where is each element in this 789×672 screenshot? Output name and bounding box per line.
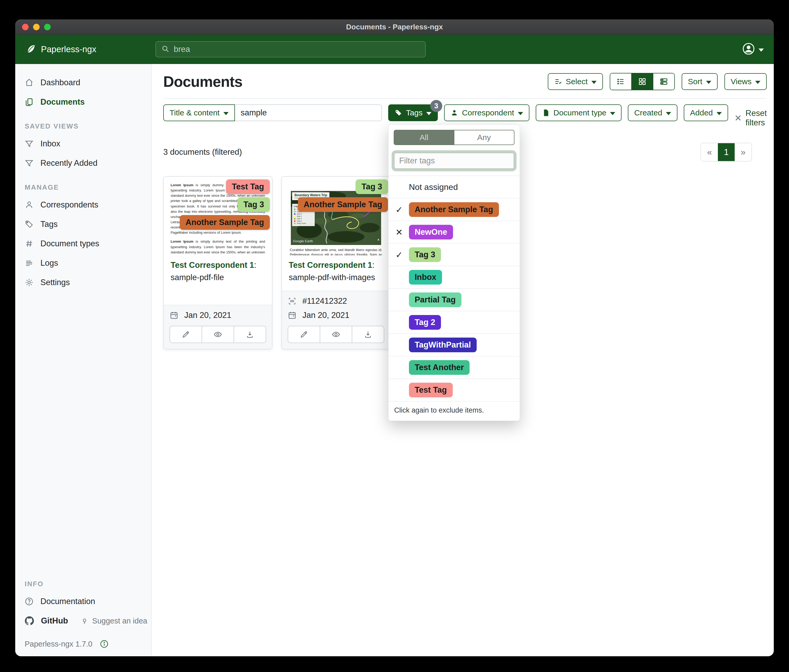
leaf-logo-icon	[25, 43, 36, 55]
account-menu[interactable]	[742, 43, 764, 56]
document-title[interactable]: Test Correspondent 1: sample-pdf-with-im…	[282, 255, 390, 291]
tags-logic-any-button[interactable]: Any	[454, 130, 514, 145]
tags-filter-button[interactable]: Tags 3	[388, 104, 438, 121]
close-icon: ✕	[735, 113, 742, 123]
document-tag-pill[interactable]: Another Sample Tag	[180, 215, 270, 230]
grid-view-icon	[638, 77, 647, 86]
tag-option[interactable]: ✓Another Sample Tag	[388, 198, 520, 221]
barcode-icon	[287, 297, 297, 306]
tag-option[interactable]: Test Another	[388, 356, 520, 379]
zoom-window-button[interactable]	[44, 24, 51, 30]
sidebar-item-tags[interactable]: Tags	[15, 215, 151, 234]
check-icon: ✓	[394, 250, 405, 260]
pagination-page-1-button[interactable]: 1	[718, 143, 735, 161]
correspondent-filter-button[interactable]: Correspondent	[444, 104, 529, 121]
document-tag-pill[interactable]: Test Tag	[226, 179, 270, 194]
search-query-text: brea	[174, 45, 190, 54]
tags-logic-toggle: All Any	[388, 130, 520, 150]
view-document-button[interactable]	[320, 326, 352, 342]
suggest-idea-link[interactable]: Suggest an idea	[81, 617, 147, 625]
sidebar-item-inbox[interactable]: Inbox	[15, 134, 151, 153]
pagination-prev-button[interactable]: «	[701, 143, 718, 161]
filter-tags-input[interactable]: Filter tags	[394, 153, 514, 169]
tags-filter-dropdown: All Any Filter tags Not assigned ✓Anothe…	[388, 124, 520, 421]
sort-button[interactable]: Sort	[682, 73, 718, 90]
view-table-button[interactable]	[610, 73, 631, 90]
main-content: Documents Select	[152, 64, 774, 656]
eye-icon	[213, 330, 222, 339]
sidebar-item-documentation[interactable]: Documentation	[15, 592, 151, 611]
edit-document-button[interactable]	[170, 326, 201, 342]
views-button[interactable]: Views	[724, 73, 767, 90]
chevron-down-icon	[610, 112, 615, 115]
calendar-icon	[287, 311, 297, 320]
tag-option[interactable]: ✓Tag 3	[388, 243, 520, 266]
tag-option[interactable]: TagWithPartial	[388, 333, 520, 356]
sidebar-item-settings[interactable]: Settings	[15, 273, 151, 292]
select-icon	[554, 78, 562, 86]
download-document-button[interactable]	[233, 326, 266, 342]
tags-count-badge: 3	[430, 100, 442, 112]
view-document-button[interactable]	[201, 326, 233, 342]
minimize-window-button[interactable]	[33, 24, 40, 30]
tag-pill: Tag 2	[409, 315, 441, 330]
global-search-input[interactable]: brea	[155, 41, 426, 57]
document-card[interactable]: Test TagTag 3Another Sample Tag Lorem Ip…	[163, 176, 272, 349]
edit-document-button[interactable]	[288, 326, 320, 342]
search-field-selector[interactable]: Title & content	[163, 104, 235, 121]
document-tag-pill[interactable]: Tag 3	[238, 197, 270, 212]
sidebar-item-correspondents[interactable]: Correspondents	[15, 195, 151, 215]
chevron-down-icon	[666, 112, 671, 115]
divider	[163, 98, 767, 99]
tag-pill: NewOne	[409, 225, 453, 239]
sidebar: Dashboard Documents SAVED VIEWS Inbox Re…	[15, 64, 152, 656]
reset-filters-button[interactable]: ✕ Reset filters	[735, 108, 767, 127]
logs-icon	[25, 259, 34, 268]
sidebar-item-recently-added[interactable]: Recently Added	[15, 153, 151, 173]
document-tag-pill[interactable]: Another Sample Tag	[298, 197, 388, 212]
tag-option-not-assigned[interactable]: Not assigned	[388, 175, 520, 198]
document-type-filter-button[interactable]: Document type	[536, 104, 622, 121]
download-icon	[246, 330, 254, 339]
chevron-down-icon	[426, 112, 431, 115]
download-document-button[interactable]	[352, 326, 384, 342]
tag-pill: Inbox	[409, 270, 442, 285]
document-icon	[542, 109, 550, 117]
tag-option[interactable]: Tag 2	[388, 311, 520, 333]
brand[interactable]: Paperless-ngx	[25, 43, 155, 55]
tags-logic-all-button[interactable]: All	[394, 130, 454, 145]
document-card[interactable]: Tag 3Another Sample Tag	[281, 176, 391, 349]
select-button[interactable]: Select	[548, 73, 603, 90]
added-filter-button[interactable]: Added	[684, 104, 728, 121]
document-actions	[287, 326, 384, 343]
manage-section-label: MANAGE	[15, 173, 151, 195]
filter-query-input[interactable]: sample	[235, 104, 382, 121]
sidebar-item-documents[interactable]: Documents	[15, 92, 151, 112]
tag-pill: Test Another	[409, 360, 470, 375]
tag-option[interactable]: Test Tag	[388, 379, 520, 401]
view-grid-button[interactable]	[631, 73, 653, 90]
created-filter-button[interactable]: Created	[628, 104, 677, 121]
document-title[interactable]: Test Correspondent 1: sample-pdf-file	[164, 255, 272, 305]
person-icon	[25, 201, 34, 209]
sidebar-item-github[interactable]: GitHub	[15, 611, 68, 631]
document-count: 3 documents (filtered)	[163, 147, 242, 157]
pagination-next-button[interactable]: »	[735, 143, 751, 161]
tag-option[interactable]: Partial Tag	[388, 288, 520, 311]
tag-pill: Test Tag	[409, 383, 453, 397]
view-detail-button[interactable]	[653, 73, 674, 90]
tag-option[interactable]: Inbox	[388, 266, 520, 288]
tag-option[interactable]: ✕NewOne	[388, 221, 520, 243]
tag-icon	[25, 220, 34, 229]
sidebar-item-dashboard[interactable]: Dashboard	[15, 73, 151, 92]
app-name: Paperless-ngx	[41, 44, 96, 54]
map-legend-row: Entry Point	[294, 223, 313, 224]
document-asn: #112412322	[287, 296, 384, 306]
chevron-down-icon	[591, 81, 597, 84]
document-tag-pill[interactable]: Tag 3	[356, 179, 388, 194]
map-legend-row: Day 6	[294, 220, 313, 222]
sidebar-item-document-types[interactable]: Document types	[15, 234, 151, 253]
sidebar-item-logs[interactable]: Logs	[15, 253, 151, 273]
search-field-group: Title & content sample	[163, 104, 382, 121]
close-window-button[interactable]	[22, 24, 29, 30]
